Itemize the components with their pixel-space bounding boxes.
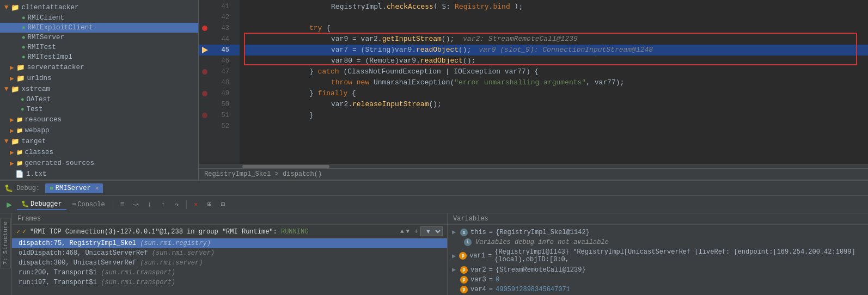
frames-header: Frames <box>12 213 447 225</box>
tree-item-rmitest[interactable]: ● RMITest <box>0 42 198 52</box>
tree-item-classes[interactable]: ▶ 📁 classes <box>0 147 198 158</box>
tree-item-urldns[interactable]: ▶ 📁 urldns <box>0 73 198 84</box>
var-var3[interactable]: p var3 = 0 <box>448 275 868 285</box>
thread-selector: ✓ ✓ "RMI TCP Connection(3)-127.0.0.1"@1,… <box>12 225 447 238</box>
tree-item-resources[interactable]: ▶ 📁 resources <box>0 114 198 125</box>
debug-label: Debug: <box>16 185 40 192</box>
debug-icon: 🐛 <box>4 184 13 193</box>
step-over-button[interactable]: ⤻ <box>130 199 142 211</box>
frame-item-1[interactable]: oldDispatch:468, UnicastServerRef (sun.r… <box>12 248 447 258</box>
run-cursor-button[interactable]: ↷ <box>171 199 183 211</box>
tab-rmiserver[interactable]: ■ RMIServer ✕ <box>45 183 103 193</box>
code-editor: 41 42 43 <box>199 0 868 180</box>
frame-item-2[interactable]: dispatch:300, UnicastServerRef (sun.rmi.… <box>12 258 447 268</box>
code-line-50: var2.releaseInputStream(); <box>244 99 868 110</box>
frame-item-4[interactable]: run:197, Transport$1 (sun.rmi.transport) <box>12 278 447 287</box>
code-line-48: throw new UnmarshalException("error unma… <box>244 77 868 88</box>
debug-tab-bar: 🐛 Debug: ■ RMIServer ✕ <box>0 181 868 196</box>
layout-button[interactable]: ⊞ <box>204 199 216 211</box>
console-icon: ⌨ <box>72 201 76 208</box>
resume-button[interactable]: ▶ <box>3 199 15 211</box>
tree-item-generated-sources[interactable]: ▶ 📁 generated-sources <box>0 158 198 169</box>
frame-item-3[interactable]: run:200, Transport$1 (sun.rmi.transport) <box>12 268 447 278</box>
close-tab-icon[interactable]: ✕ <box>95 185 99 192</box>
code-line-47: } catch (ClassNotFoundException | IOExce… <box>244 66 868 77</box>
var-this[interactable]: ▶ i this = {RegistryImpl_Skel@1142} <box>448 227 868 237</box>
tree-item-webapp[interactable]: ▶ 📁 webapp <box>0 125 198 136</box>
line-gutter: 41 42 43 <box>199 0 240 164</box>
step-out-button[interactable]: ↑ <box>157 199 169 211</box>
debug-section: 🐛 Debug: ■ RMIServer ✕ ▶ 🐛 Debugger ⌨ Co… <box>0 180 868 295</box>
structure-tab[interactable]: 7: Structure <box>0 218 11 268</box>
tree-item-target[interactable]: ▼ 📁 target <box>0 136 198 147</box>
var-var2[interactable]: ▶ p var2 = {StreamRemoteCall@1239} <box>448 265 868 275</box>
tree-item-rmiexploitclient[interactable]: ● RMIExploitClient <box>0 23 198 33</box>
code-line-46: var80 = (Remote)var9.readObject(); <box>244 56 868 66</box>
step-into-button[interactable]: ↓ <box>144 199 156 211</box>
file-tree: ▼ 📁 clientattacker ● RMIClient ● RMIExpl… <box>0 0 199 180</box>
tree-item-1txt[interactable]: 📄 1.txt <box>0 169 198 180</box>
var-var4[interactable]: p var4 = 4905912898345647071 <box>448 285 868 294</box>
variables-panel: Variables ▶ i this = {RegistryImpl_Skel@… <box>448 213 868 295</box>
tree-item-rmitestimpl[interactable]: ● RMITestImpl <box>0 52 198 62</box>
breadcrumb: RegistryImpl_Skel > dispatch() <box>199 168 868 180</box>
code-line-43: try { <box>244 23 868 34</box>
code-text: RegistryImpl.checkAccess( S: Registry.bi… <box>240 0 868 164</box>
thread-label: ✓ "RMI TCP Connection(3)-127.0.0.1"@1,23… <box>22 228 398 236</box>
tree-item-oatest[interactable]: ● OATest <box>0 95 198 105</box>
rmiserver-icon: ■ <box>50 185 53 192</box>
tree-item-rmiserver[interactable]: ● RMIServer <box>0 33 198 42</box>
debug-body: ▶ ■ ↑ Frames ✓ ✓ "RMI TCP Connection(3)-… <box>0 213 868 295</box>
debugger-icon: 🐛 <box>21 200 29 207</box>
mute-button[interactable]: ✕ <box>190 199 202 211</box>
tab-debugger[interactable]: 🐛 Debugger <box>17 199 66 210</box>
tab-console[interactable]: ⌨ Console <box>68 200 109 210</box>
thread-scroll-up[interactable]: ▲ <box>400 228 404 235</box>
code-line-41: RegistryImpl.checkAccess( S: Registry.bi… <box>244 1 868 12</box>
code-line-49: } finally { <box>244 88 868 99</box>
var-list: ▶ i this = {RegistryImpl_Skel@1142} i Va… <box>448 225 868 295</box>
debug-toolbar: ▶ 🐛 Debugger ⌨ Console ≡ ⤻ ↓ ↑ ↷ ✕ ⊞ ⊡ <box>0 196 868 213</box>
thread-dropdown[interactable]: ▼ <box>420 226 443 236</box>
code-line-42 <box>244 12 868 23</box>
code-line-45: var7 = (String)var9.readObject(); var9 (… <box>244 45 868 56</box>
var-var1[interactable]: ▶ p var1 = {RegistryImpl@1143} "Registry… <box>448 247 868 265</box>
var-info: i Variables debug info not available <box>448 237 868 247</box>
check-icon: ✓ <box>16 228 20 235</box>
evaluate-button[interactable]: ⊡ <box>217 199 229 211</box>
code-line-44: var9 = var2.getInputStream(); var2: Stre… <box>244 34 868 45</box>
tree-item-clientattacker[interactable]: ▼ 📁 clientattacker <box>0 2 198 13</box>
tree-item-xstream[interactable]: ▼ 📁 xstream <box>0 84 198 95</box>
settings-button[interactable]: ≡ <box>117 199 129 211</box>
code-line-51: } <box>244 110 868 121</box>
tree-item-rmiclient[interactable]: ● RMIClient <box>0 13 198 23</box>
frame-list: dispatch:75, RegistryImpl_Skel (sun.rmi.… <box>12 238 447 295</box>
tree-item-test[interactable]: ● Test <box>0 105 198 114</box>
frames-panel: Frames ✓ ✓ "RMI TCP Connection(3)-127.0.… <box>12 213 448 295</box>
thread-add-btn[interactable]: + <box>414 228 418 236</box>
frame-item-0[interactable]: dispatch:75, RegistryImpl_Skel (sun.rmi.… <box>12 238 447 248</box>
variables-header: Variables <box>448 213 868 225</box>
thread-scroll-down[interactable]: ▼ <box>406 228 410 235</box>
tree-item-serverattacker[interactable]: ▶ 📁 serverattacker <box>0 62 198 73</box>
code-line-52 <box>244 121 868 132</box>
